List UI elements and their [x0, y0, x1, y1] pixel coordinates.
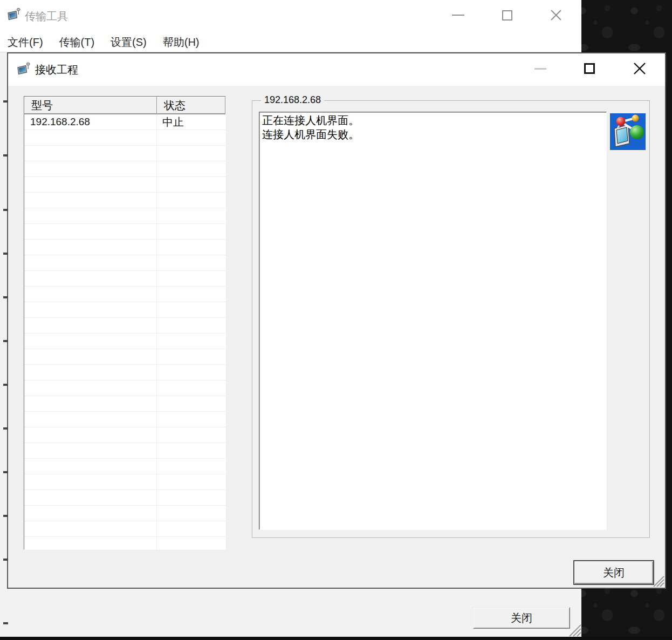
cell-model — [24, 177, 157, 192]
cell-status — [157, 130, 225, 145]
table-row[interactable] — [24, 349, 225, 365]
table-row[interactable] — [24, 161, 225, 177]
cell-model — [24, 380, 157, 396]
table-row[interactable] — [24, 240, 225, 255]
cell-model — [24, 302, 157, 317]
edge-artifact-tick — [3, 209, 8, 211]
dialog-close-action-button[interactable]: 关闭 — [573, 560, 654, 585]
table-row[interactable] — [24, 146, 225, 161]
cell-model — [24, 459, 157, 474]
dialog-icon — [17, 62, 32, 77]
cell-model — [24, 333, 157, 349]
device-table: 型号 状态 192.168.2.68中止 — [24, 96, 226, 550]
table-row[interactable] — [24, 302, 225, 318]
main-close-button[interactable]: 关闭 — [473, 607, 570, 629]
edge-artifact-tick — [3, 427, 8, 430]
cell-model — [24, 208, 157, 223]
cell-status — [157, 302, 225, 317]
maximize-button[interactable] — [495, 2, 519, 28]
table-header: 型号 状态 — [24, 97, 225, 114]
cell-status — [157, 396, 225, 411]
close-button[interactable] — [544, 2, 568, 28]
table-row[interactable] — [24, 287, 225, 302]
table-row[interactable] — [24, 318, 225, 333]
table-row[interactable] — [24, 193, 225, 208]
close-icon — [633, 62, 646, 75]
edge-artifact-tick — [3, 384, 8, 386]
table-row[interactable] — [24, 396, 225, 412]
close-icon — [550, 9, 562, 21]
dialog-minimize-button[interactable] — [529, 56, 552, 81]
cell-status — [157, 271, 225, 286]
cell-status — [157, 521, 225, 536]
minimize-button[interactable] — [446, 2, 470, 28]
cell-model — [24, 537, 157, 550]
menu-bar: 文件(F) 传输(T) 设置(S) 帮助(H) — [0, 32, 581, 52]
table-row[interactable] — [24, 130, 225, 146]
main-titlebar[interactable]: 传输工具 — [0, 0, 581, 32]
dialog-maximize-button[interactable] — [578, 56, 601, 81]
maximize-icon — [502, 10, 512, 21]
edge-artifact-tick — [3, 100, 8, 103]
window-title: 传输工具 — [25, 9, 68, 24]
cell-status — [157, 161, 225, 176]
cell-model — [24, 130, 157, 145]
edge-artifact-tick — [3, 515, 8, 517]
cell-model — [24, 287, 157, 302]
screen-bottom-edge — [0, 637, 672, 640]
table-row[interactable] — [24, 506, 225, 521]
cell-status — [157, 287, 225, 302]
table-row[interactable] — [24, 412, 225, 427]
cell-model — [24, 224, 157, 239]
cell-status — [157, 459, 225, 474]
cell-model — [24, 443, 157, 458]
dialog-close-button[interactable] — [628, 56, 652, 81]
cell-model — [24, 412, 157, 427]
edge-artifact-tick — [3, 622, 8, 624]
table-row[interactable] — [24, 365, 225, 380]
cell-status — [157, 506, 225, 521]
column-header-status[interactable]: 状态 — [157, 97, 225, 114]
cell-model — [24, 490, 157, 505]
table-row[interactable]: 192.168.2.68中止 — [24, 114, 225, 130]
resize-grip-icon[interactable] — [652, 575, 664, 587]
minimize-icon — [534, 68, 546, 70]
table-row[interactable] — [24, 427, 225, 443]
cell-status — [157, 255, 225, 270]
table-row[interactable] — [24, 537, 225, 550]
cell-model — [24, 474, 157, 489]
table-row[interactable] — [24, 271, 225, 287]
cell-model — [24, 427, 157, 442]
cell-model — [24, 271, 157, 286]
resize-grip-icon[interactable] — [567, 624, 581, 637]
edge-artifact-tick — [3, 253, 8, 255]
device-table-body: 192.168.2.68中止 — [24, 114, 225, 550]
receive-project-dialog: 接收工程 型号 状态 192.168.2.68中止 192.168.2.68 正… — [7, 52, 666, 589]
cell-status: 中止 — [157, 114, 225, 130]
menu-file[interactable]: 文件(F) — [8, 35, 43, 50]
table-row[interactable] — [24, 208, 225, 224]
table-row[interactable] — [24, 255, 225, 271]
table-row[interactable] — [24, 474, 225, 490]
table-row[interactable] — [24, 490, 225, 506]
table-row[interactable] — [24, 333, 225, 349]
table-row[interactable] — [24, 521, 225, 537]
table-row[interactable] — [24, 380, 225, 396]
table-row[interactable] — [24, 459, 225, 474]
menu-help[interactable]: 帮助(H) — [163, 35, 200, 50]
cell-model — [24, 506, 157, 521]
dialog-titlebar[interactable]: 接收工程 — [8, 53, 665, 86]
menu-settings[interactable]: 设置(S) — [111, 35, 147, 50]
transfer-log-area[interactable]: 正在连接人机界面。 连接人机界面失败。 — [259, 112, 607, 530]
menu-transfer[interactable]: 传输(T) — [59, 35, 95, 50]
table-row[interactable] — [24, 443, 225, 459]
log-line: 连接人机界面失败。 — [262, 127, 604, 141]
edge-artifact-tick — [3, 559, 8, 561]
table-row[interactable] — [24, 177, 225, 193]
table-row[interactable] — [24, 224, 225, 240]
column-header-model[interactable]: 型号 — [24, 97, 157, 114]
cell-status — [157, 193, 225, 208]
cell-model — [24, 146, 157, 161]
log-line: 正在连接人机界面。 — [262, 113, 604, 127]
cell-model — [24, 161, 157, 176]
